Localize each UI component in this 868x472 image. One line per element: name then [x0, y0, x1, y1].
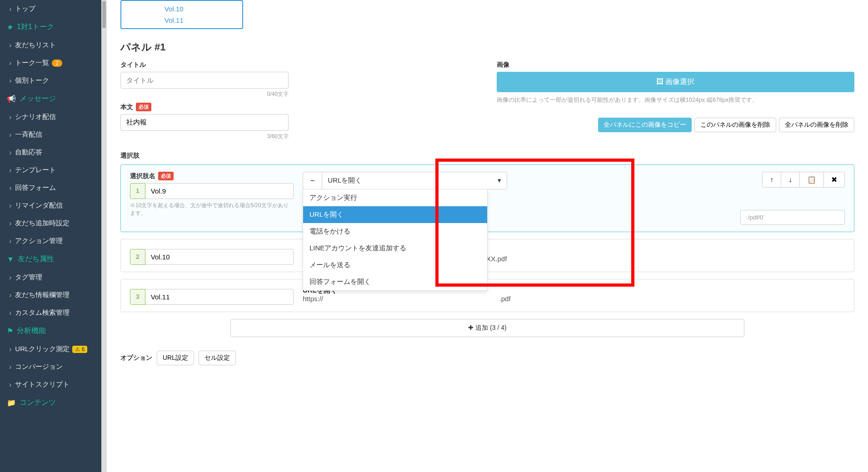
dropdown-option-form[interactable]: 回答フォームを開く [303, 273, 487, 290]
talk-list-badge: 2 [52, 60, 62, 67]
star-icon: ★ [7, 23, 13, 31]
body-label: 本文必須 [120, 103, 479, 111]
filter-icon: ▼ [7, 255, 14, 263]
url-click-badge: ⚠ 6 [72, 346, 87, 353]
dropdown-option-action[interactable]: アクション実行 [303, 189, 487, 206]
sidebar-section-analytics[interactable]: ⚑分析機能 [0, 322, 107, 340]
url-input[interactable] [740, 210, 845, 225]
sidebar-item-scenario[interactable]: シナリオ配信 [0, 108, 107, 126]
choice-name-input[interactable] [145, 289, 294, 305]
plus-icon: ✚ [468, 324, 474, 331]
sidebar-item-conversion[interactable]: コンバージョン [0, 358, 107, 376]
delete-this-panel-image-button[interactable]: このパネルの画像を削除 [694, 118, 776, 132]
action-dropdown-menu: アクション実行 URLを開く 電話をかける LINEアカウントを友達追加する メ… [303, 189, 488, 291]
dropdown-option-url[interactable]: URLを開く [303, 206, 487, 223]
sidebar-section-one-to-one[interactable]: ★1対1トーク [0, 18, 107, 36]
choice-name-label: 選択肢名必須 [130, 172, 294, 180]
sidebar-item-site-script[interactable]: サイトスクリプト [0, 376, 107, 393]
preview-item[interactable]: Vol.10 [121, 3, 242, 15]
sidebar-item-reminder[interactable]: リマインダ配信 [0, 197, 107, 214]
url-text: https:// .pdf [303, 295, 845, 303]
add-choice-button[interactable]: ✚ 追加 (3 / 4) [230, 319, 744, 337]
preview-item[interactable]: Vol.11 [121, 15, 242, 26]
title-label: タイトル [120, 61, 479, 69]
image-note: 画像の比率によって一部が途切れる可能性があります。画像サイズは横1024px 縦… [497, 96, 855, 104]
title-counter: 0/40文字 [120, 90, 289, 98]
dropdown-option-mail[interactable]: メールを送る [303, 257, 487, 273]
copy-all-panels-button[interactable]: 全パネルにこの画像をコピー [598, 118, 692, 132]
image-icon: 🖼 [656, 78, 663, 85]
sidebar-section-contents[interactable]: 📁コンテンツ [0, 393, 107, 412]
sidebar-item-talk-list[interactable]: トーク一覧2 [0, 54, 107, 72]
choice-number: 1 [130, 183, 145, 199]
sidebar-section-message[interactable]: 📢メッセージ [0, 89, 107, 108]
options-label: オプション [120, 354, 152, 362]
sidebar-item-answer-form[interactable]: 回答フォーム [0, 179, 107, 197]
choices-section-label: 選択肢 [120, 152, 854, 160]
choice-number: 3 [130, 289, 145, 305]
dropdown-option-line[interactable]: LINEアカウントを友達追加する [303, 240, 487, 257]
sidebar-item-top[interactable]: トップ [0, 0, 107, 18]
choice-number: 2 [130, 249, 145, 265]
required-badge: 必須 [158, 172, 174, 180]
choice-name-input[interactable] [145, 249, 294, 265]
megaphone-icon: 📢 [7, 94, 16, 103]
dropdown-option-phone[interactable]: 電話をかける [303, 223, 487, 240]
sidebar-item-tag-mgmt[interactable]: タグ管理 [0, 268, 107, 286]
url-settings-button[interactable]: URL設定 [157, 351, 194, 365]
cell-settings-button[interactable]: セル設定 [199, 351, 236, 365]
sidebar-item-action-mgmt[interactable]: アクション管理 [0, 232, 107, 250]
sidebar-section-friend-attr[interactable]: ▼友だち属性 [0, 250, 107, 268]
delete-all-panels-image-button[interactable]: 全パネルの画像を削除 [779, 118, 854, 132]
image-select-button[interactable]: 🖼 画像選択 [497, 72, 855, 92]
folder-icon: 📁 [7, 398, 16, 407]
sidebar-item-friend-add-settings[interactable]: 友だち追加時設定 [0, 214, 107, 232]
choice-note: ※10文字を超える場合、文が途中で途切れる場合5/20文字があります。 [130, 202, 294, 217]
sidebar-item-url-click[interactable]: URLクリック測定⚠ 6 [0, 340, 107, 358]
chevron-down-icon: ▾ [498, 176, 501, 185]
body-counter: 3/60文字 [120, 133, 289, 140]
sidebar-item-individual-talk[interactable]: 個別トーク [0, 72, 107, 89]
image-label: 画像 [497, 61, 855, 69]
sidebar-item-broadcast[interactable]: 一斉配信 [0, 126, 107, 144]
flag-icon: ⚑ [7, 327, 13, 335]
body-input[interactable] [120, 114, 289, 131]
sidebar-item-auto-reply[interactable]: 自動応答 [0, 144, 107, 161]
action-type-dropdown[interactable]: URLを開く ▾ [322, 172, 507, 189]
choice-box-1: ↑ ↓ 📋 ✖ 選択肢名必須 1 ※10文字を超える場合、文が途中で途切れる場合… [120, 164, 854, 232]
panel-title: パネル #1 [120, 40, 854, 54]
title-input[interactable] [120, 72, 289, 89]
required-badge: 必須 [136, 103, 151, 111]
panel-preview: Vol.10 Vol.11 [120, 0, 243, 29]
main-content: Vol.10 Vol.11 パネル #1 タイトル 0/40文字 本文必須 3/… [107, 0, 868, 472]
sidebar-item-custom-search[interactable]: カスタム検索管理 [0, 304, 107, 322]
sidebar-item-friend-info-mgmt[interactable]: 友だち情報欄管理 [0, 286, 107, 304]
choice-name-input[interactable] [145, 183, 294, 199]
sidebar-item-friend-list[interactable]: 友だちリスト [0, 36, 107, 54]
sidebar-scrollbar[interactable] [101, 0, 107, 472]
sidebar: トップ ★1対1トーク 友だちリスト トーク一覧2 個別トーク 📢メッセージ シ… [0, 0, 107, 472]
minus-button[interactable]: − [303, 172, 322, 189]
sidebar-item-template[interactable]: テンプレート [0, 161, 107, 179]
